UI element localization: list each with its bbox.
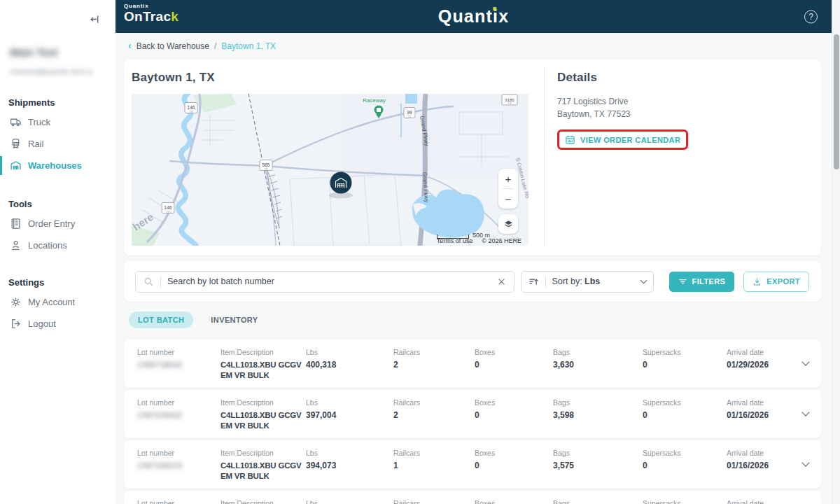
annotation-highlight-box: VIEW ORDER CALENDAR: [557, 130, 688, 150]
user-block: Main Test maintest@quantix-tech.io: [10, 46, 115, 76]
col-label-bags: Bags: [553, 499, 643, 504]
scrollbar-thumb[interactable]: [834, 34, 839, 169]
sidebar-item-order-entry[interactable]: Order Entry: [0, 213, 115, 234]
sort-dropdown[interactable]: Sort by: Lbs: [521, 271, 654, 293]
page-content: Baytown 1, TX: [115, 59, 832, 504]
bags-value: 3,630: [553, 360, 643, 371]
col-label-supersacks: Supersacks: [643, 499, 727, 504]
sidebar: Main Test maintest@quantix-tech.io Shipm…: [0, 0, 115, 504]
breadcrumb-current[interactable]: Baytown 1, TX: [221, 41, 276, 51]
chevron-down-icon: [802, 358, 809, 365]
col-label-railcars: Railcars: [393, 348, 475, 356]
svg-text:565: 565: [262, 162, 270, 167]
col-label-lot-number: Lot number: [137, 499, 220, 504]
sort-icon: [528, 276, 539, 287]
download-icon: [752, 277, 762, 286]
divider: [160, 276, 161, 287]
export-button[interactable]: EXPORT: [743, 272, 809, 292]
clear-search-button[interactable]: [497, 277, 506, 286]
map-canvas: Grand Pkwy Grand Pkwy S Cotton Lake Rd h…: [132, 94, 528, 246]
breadcrumb-separator: /: [214, 41, 216, 51]
filters-button[interactable]: FILTERS: [669, 272, 735, 292]
col-label-arrival-date: Arrival date: [727, 348, 793, 356]
map-terms-link[interactable]: Terms of use: [437, 237, 473, 244]
svg-text:146: 146: [188, 105, 195, 110]
col-label-arrival-date: Arrival date: [727, 449, 793, 457]
road-shield-99: 99 TX: [404, 108, 415, 118]
svg-text:99: 99: [407, 110, 412, 115]
breadcrumb-back-chevron-icon: ‹: [128, 40, 132, 51]
svg-text:TX: TX: [508, 102, 512, 105]
expand-row-button[interactable]: [803, 359, 808, 365]
map-attribution: Terms of use © 2026 HERE: [437, 237, 522, 244]
lot-number-value: C08761B432: [137, 410, 220, 421]
table-row[interactable]: Lot numberC08971B643 Item DescriptionC4L…: [124, 340, 821, 388]
svg-text:TX: TX: [167, 211, 170, 214]
col-label-boxes: Boxes: [475, 499, 553, 504]
sidebar-section-settings: Settings My Account Logout: [0, 277, 115, 335]
ontrack-logo: Quantix OnTrack: [124, 4, 178, 23]
map-layers-button[interactable]: [498, 214, 518, 234]
warehouse-card: Baytown 1, TX: [124, 59, 821, 255]
lbs-value: 400,318: [306, 360, 393, 371]
lot-batch-list: Lot numberC08971B643 Item DescriptionC4L…: [124, 340, 821, 504]
details-heading: Details: [557, 71, 821, 85]
col-label-bags: Bags: [553, 449, 643, 457]
expand-row-button[interactable]: [803, 410, 808, 415]
warehouse-map[interactable]: Grand Pkwy Grand Pkwy S Cotton Lake Rd h…: [132, 94, 528, 246]
sidebar-item-label: Warehouses: [28, 160, 82, 171]
breadcrumb-back-link[interactable]: Back to Warehouse: [136, 41, 209, 51]
search-input[interactable]: [167, 276, 491, 286]
view-tabs: LOT BATCH INVENTORY: [124, 312, 821, 328]
sidebar-section-tools: Tools Order Entry Locations: [0, 199, 115, 256]
map-zoom-controls: + −: [498, 169, 518, 209]
logo-i: i: [493, 6, 498, 27]
road-shield-3180: 3180 TX: [502, 94, 517, 105]
calendar-icon: [565, 134, 575, 145]
lot-number-value: C08971B643: [137, 360, 220, 370]
table-row[interactable]: Lot number Item Description Lbs Railcars…: [124, 491, 821, 504]
sidebar-collapse-button[interactable]: [90, 14, 100, 24]
brand-ontrack-accent: k: [171, 9, 178, 24]
svg-text:TX: TX: [190, 111, 193, 113]
sidebar-item-logout[interactable]: Logout: [0, 313, 115, 335]
brand-ontrack-white: OnTrac: [124, 9, 171, 24]
warehouse-icon: [10, 160, 22, 172]
tab-inventory[interactable]: INVENTORY: [211, 316, 258, 324]
col-label-supersacks: Supersacks: [643, 449, 727, 457]
sidebar-item-rail[interactable]: Rail: [0, 133, 115, 155]
map-zoom-out-button[interactable]: −: [498, 189, 518, 209]
map-zoom-in-button[interactable]: +: [498, 169, 518, 188]
sidebar-item-my-account[interactable]: My Account: [0, 291, 115, 313]
warehouse-map-marker[interactable]: [329, 172, 353, 199]
close-icon: [497, 277, 506, 286]
supersacks-value: 0: [643, 461, 727, 472]
map-copyright: © 2026 HERE: [482, 237, 522, 244]
sort-value: Lbs: [584, 276, 600, 286]
map-label-raceway: Raceway: [363, 97, 386, 104]
sidebar-item-warehouses[interactable]: Warehouses: [0, 155, 115, 176]
logout-icon: [10, 318, 22, 330]
col-label-item-description: Item Description: [220, 348, 306, 356]
breadcrumb: ‹ Back to Warehouse / Baytown 1, TX: [115, 33, 832, 59]
page-title: Baytown 1, TX: [132, 71, 544, 85]
sort-prefix: Sort by:: [552, 276, 582, 286]
collapse-arrow-icon: [90, 14, 100, 24]
svg-text:146: 146: [164, 205, 172, 210]
item-description-value: C4LL1018.XBU GCGV EM VR BULK: [220, 360, 309, 381]
table-row[interactable]: Lot numberC08715B219 Item DescriptionC4L…: [124, 440, 821, 489]
help-icon[interactable]: ?: [804, 10, 818, 23]
expand-row-button[interactable]: [803, 460, 808, 465]
vertical-scrollbar[interactable]: [832, 0, 840, 504]
table-row[interactable]: Lot numberC08761B432 Item DescriptionC4L…: [124, 390, 821, 438]
tab-lot-batch[interactable]: LOT BATCH: [129, 312, 193, 328]
sidebar-item-truck[interactable]: Truck: [0, 111, 115, 133]
view-order-calendar-button[interactable]: VIEW ORDER CALENDAR: [565, 134, 680, 145]
sidebar-item-locations[interactable]: Locations: [0, 234, 115, 256]
col-label-boxes: Boxes: [475, 348, 553, 356]
road-shield-146b: 146 TX: [162, 203, 174, 214]
railcars-value: 2: [393, 360, 475, 371]
export-label: EXPORT: [766, 277, 800, 286]
col-label-lot-number: Lot number: [137, 449, 220, 457]
road-shield-146: 146 TX: [185, 103, 197, 113]
